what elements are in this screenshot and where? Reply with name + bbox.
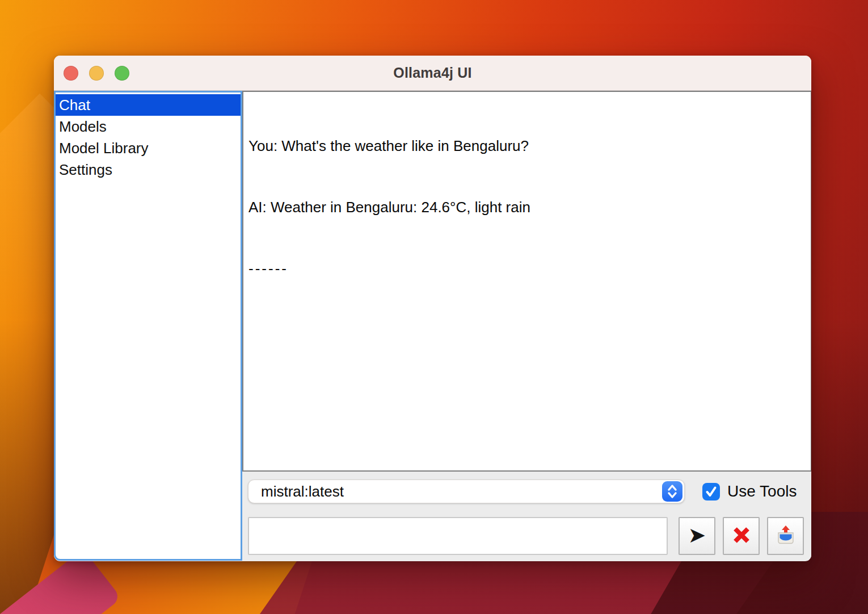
use-tools-checkbox[interactable]: Use Tools [702,482,797,501]
sidebar-nav: Chat Models Model Library Settings [54,91,242,561]
chat-separator: ------ [248,258,806,279]
model-select[interactable]: mistral:latest [248,480,685,503]
checkbox-checked-icon [702,483,720,501]
window-content: Chat Models Model Library Settings You: … [54,91,811,561]
model-select-value: mistral:latest [261,483,662,501]
window-title: Ollama4j UI [54,65,811,81]
clear-x-icon [731,524,752,548]
minimize-button[interactable] [89,66,104,81]
zoom-button[interactable] [115,66,129,81]
chat-transcript: You: What's the weather like in Bengalur… [242,91,811,472]
chevron-up-down-icon[interactable] [662,481,682,502]
sidebar-item-settings[interactable]: Settings [56,159,241,180]
sidebar-item-model-library[interactable]: Model Library [56,137,241,159]
window-titlebar[interactable]: Ollama4j UI [54,56,811,91]
sidebar-item-chat[interactable]: Chat [56,94,241,116]
model-row: mistral:latest [248,480,797,503]
main-panel: You: What's the weather like in Bengalur… [242,91,811,561]
clear-button[interactable] [723,517,760,555]
composer-panel: mistral:latest [242,472,811,561]
input-row: ➤ [248,517,804,555]
traffic-lights [64,56,129,90]
sidebar-item-models[interactable]: Models [56,116,241,137]
upload-button[interactable] [767,517,804,555]
chat-user-message: You: What's the weather like in Bengalur… [248,136,806,156]
send-button[interactable]: ➤ [679,517,715,555]
close-button[interactable] [64,66,78,81]
outbox-tray-icon [774,524,797,548]
app-window: Ollama4j UI Chat Models Model Library Se… [54,56,811,561]
send-arrow-icon: ➤ [688,524,706,546]
chat-ai-message: AI: Weather in Bengaluru: 24.6°C, light … [248,197,806,217]
use-tools-label: Use Tools [727,482,797,501]
message-input[interactable] [248,517,668,555]
